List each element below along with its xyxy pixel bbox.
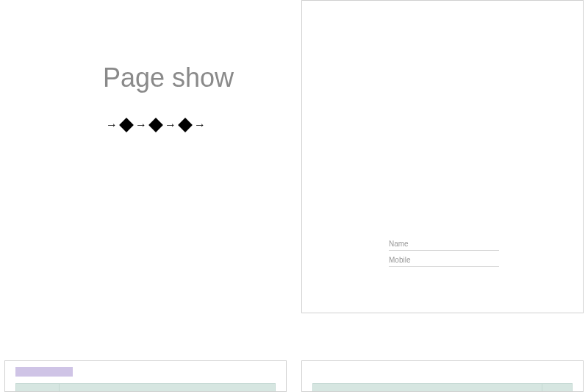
column-divider: [542, 384, 542, 391]
field-label: Name: [389, 240, 420, 248]
form-fields: Name Mobile: [389, 238, 499, 270]
arrow-right-icon: →: [194, 119, 206, 131]
page-preview-top-right: Name Mobile: [301, 0, 584, 313]
diamond-icon: [119, 118, 134, 132]
table-header-band: [312, 383, 573, 392]
page-preview-bottom-right: [301, 360, 584, 392]
field-label: Mobile: [389, 256, 420, 264]
title-area: Page show: [103, 63, 234, 93]
arrow-right-icon: →: [165, 119, 176, 131]
ornament-divider: → → → →: [106, 119, 206, 131]
field-row-mobile: Mobile: [389, 254, 499, 267]
arrow-right-icon: →: [135, 119, 147, 131]
diamond-icon: [178, 118, 193, 132]
arrow-right-icon: →: [106, 119, 118, 131]
table-header-band: [15, 383, 276, 392]
field-row-name: Name: [389, 238, 499, 251]
page-preview-bottom-left: [4, 360, 287, 392]
column-divider: [59, 384, 60, 391]
diamond-icon: [148, 118, 163, 132]
page-title: Page show: [103, 63, 234, 93]
heading-highlight: [15, 367, 73, 377]
